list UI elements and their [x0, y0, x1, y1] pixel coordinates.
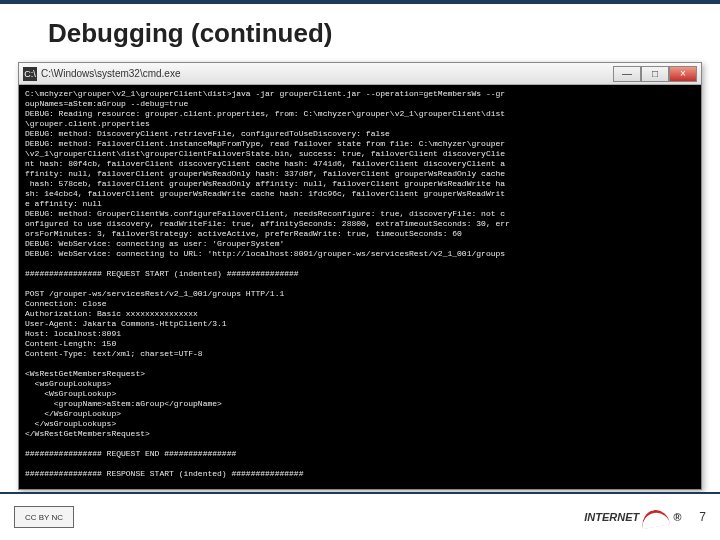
- window-titlebar[interactable]: C:\ C:\Windows\system32\cmd.exe — □ ×: [19, 63, 701, 85]
- logo-text: INTERNET: [584, 511, 639, 523]
- minimize-button[interactable]: —: [613, 66, 641, 82]
- page-number: 7: [699, 510, 706, 524]
- logo-registered: ®: [673, 511, 681, 523]
- cmd-icon: C:\: [23, 67, 37, 81]
- maximize-button[interactable]: □: [641, 66, 669, 82]
- cc-badge: CC BY NC: [14, 506, 74, 528]
- window-buttons: — □ ×: [613, 66, 697, 82]
- close-button[interactable]: ×: [669, 66, 697, 82]
- cmd-window: C:\ C:\Windows\system32\cmd.exe — □ × C:…: [18, 62, 702, 490]
- window-title: C:\Windows\system32\cmd.exe: [41, 68, 181, 79]
- terminal-output[interactable]: C:\mchyzer\grouper\v2_1\grouperClient\di…: [19, 85, 701, 483]
- logo-swoosh-icon: [641, 502, 671, 532]
- slide-footer: CC BY NC INTERNET ® 7: [0, 492, 720, 540]
- page-title: Debugging (continued): [0, 4, 720, 59]
- internet2-logo: INTERNET ®: [584, 502, 681, 532]
- slide: Debugging (continued) C:\ C:\Windows\sys…: [0, 0, 720, 540]
